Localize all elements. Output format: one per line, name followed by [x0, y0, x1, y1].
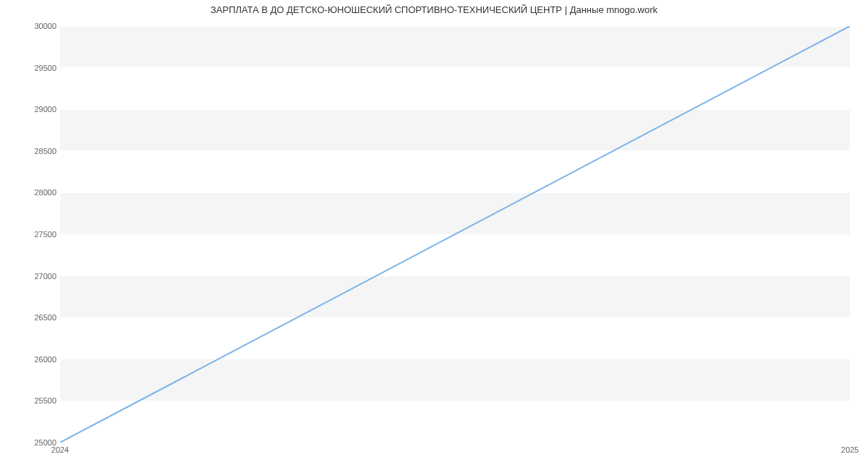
x-tick-label: 2024 [51, 445, 69, 454]
plot-area [60, 26, 850, 443]
svg-rect-1 [60, 276, 850, 318]
chart-title: ЗАРПЛАТА В ДО ДЕТСКО-ЮНОШЕСКИЙ СПОРТИВНО… [0, 4, 868, 15]
y-tick-label: 27500 [34, 230, 56, 239]
y-tick-label: 27000 [34, 272, 56, 281]
svg-rect-3 [60, 109, 850, 151]
x-axis-labels: 20242025 [60, 444, 850, 458]
y-tick-label: 26500 [34, 313, 56, 322]
y-tick-label: 28500 [34, 147, 56, 155]
y-axis-labels: 2500025500260002650027000275002800028500… [0, 26, 56, 443]
svg-rect-4 [60, 26, 850, 68]
y-tick-label: 29500 [34, 64, 56, 72]
x-tick-label: 2025 [841, 445, 859, 454]
y-tick-label: 25500 [34, 396, 56, 405]
y-tick-label: 26000 [34, 355, 56, 364]
y-tick-label: 29000 [34, 105, 56, 114]
plot-svg [60, 26, 850, 443]
grid-bands [60, 26, 850, 401]
line-chart: ЗАРПЛАТА В ДО ДЕТСКО-ЮНОШЕСКИЙ СПОРТИВНО… [0, 0, 868, 470]
y-tick-label: 28000 [34, 188, 56, 197]
y-tick-label: 30000 [34, 22, 56, 30]
svg-rect-2 [60, 192, 850, 234]
